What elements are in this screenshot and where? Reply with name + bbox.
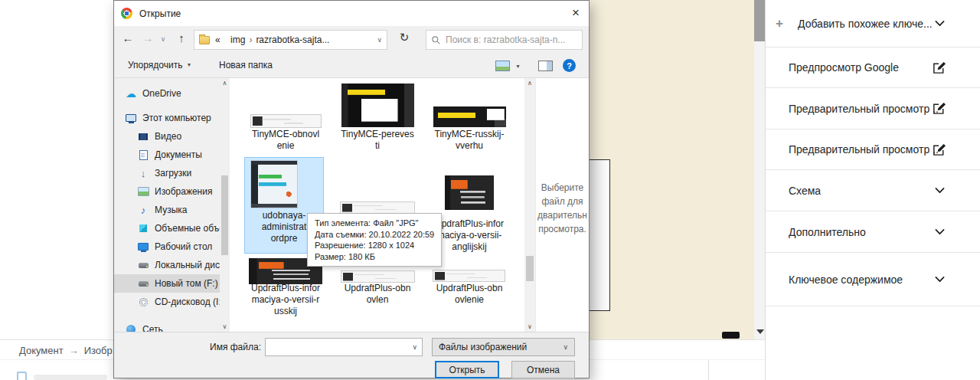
- schema-row[interactable]: Схема: [766, 170, 980, 211]
- sidebar-item-network[interactable]: Сеть: [114, 320, 220, 332]
- file-thumbnail: [433, 106, 506, 127]
- page-scrollbar-thumb[interactable]: [754, 0, 765, 41]
- sidebar-scrollbar[interactable]: ∧ ∨: [220, 78, 230, 332]
- filename-input[interactable]: [266, 339, 405, 355]
- folder-icon: [199, 36, 210, 44]
- breadcrumb-arrow: →: [64, 345, 84, 356]
- chrome-icon: [121, 8, 132, 19]
- filename-label: Имя файла:: [188, 342, 261, 352]
- sidebar-item-new-volume-f[interactable]: Новый том (F:): [114, 274, 220, 293]
- scrollbar-thumb[interactable]: [526, 256, 534, 281]
- seo-sidebar-panel: + Добавить похожее ключе... Предпросмотр…: [765, 0, 980, 380]
- search-icon: [431, 35, 441, 45]
- new-folder-button[interactable]: Новая папка: [219, 60, 273, 70]
- cancel-button[interactable]: Отмена: [511, 361, 575, 378]
- music-note-icon: ♪: [137, 205, 149, 216]
- up-arrow-icon[interactable]: ↑: [174, 31, 189, 44]
- edit-icon[interactable]: [932, 142, 946, 157]
- edit-icon[interactable]: [932, 61, 946, 75]
- dialog-title: Открытие: [139, 8, 181, 19]
- sidebar-item-pictures[interactable]: Изображения: [114, 182, 220, 201]
- back-arrow-icon[interactable]: ←: [120, 31, 136, 44]
- scroll-down-arrow-icon[interactable]: [756, 329, 764, 334]
- search-box[interactable]: [426, 30, 583, 50]
- file-thumbnail: [250, 114, 322, 128]
- filetype-dropdown[interactable]: Файлы изображений ∨: [432, 338, 575, 356]
- sidebar-item-downloads[interactable]: ↓Загрузки: [114, 164, 220, 182]
- chevron-down-icon[interactable]: [933, 17, 946, 30]
- image-block-placeholder: [588, 159, 610, 311]
- file-thumbnail: [340, 201, 415, 214]
- history-chevron-icon[interactable]: ∨: [158, 35, 168, 43]
- chevron-down-icon[interactable]: [933, 273, 946, 286]
- file-thumbnail: [341, 270, 415, 283]
- file-list: TinyMCE-obnovl enie TinyMCE-pereves ti T…: [230, 78, 524, 332]
- breadcrumb-current-folder[interactable]: razrabotka-sajta...: [256, 34, 329, 45]
- page-background: [590, 0, 754, 339]
- advanced-row[interactable]: Дополнительно: [766, 211, 980, 253]
- close-icon[interactable]: ×: [567, 4, 585, 22]
- twitter-preview-row[interactable]: Предварительный просмотр ...: [766, 129, 980, 170]
- dialog-footer: Имя файла: ∨ Файлы изображений ∨ Открыть…: [114, 332, 589, 378]
- breadcrumb-image[interactable]: Изобр: [84, 345, 113, 356]
- breadcrumb-img[interactable]: img: [230, 34, 245, 45]
- disk-icon: [137, 259, 149, 271]
- file-thumbnail: [433, 270, 505, 282]
- add-keyphrase-row[interactable]: + Добавить похожее ключе...: [766, 0, 980, 48]
- open-button[interactable]: Открыть: [435, 361, 499, 378]
- sidebar-item-local-disk[interactable]: Локальный дис: [114, 256, 220, 274]
- address-dropdown-icon[interactable]: ∨: [374, 36, 382, 44]
- scroll-down-icon[interactable]: ∨: [524, 323, 535, 330]
- search-input[interactable]: [446, 34, 577, 45]
- views-caret-icon[interactable]: ▼: [515, 64, 521, 69]
- computer-icon: [125, 112, 137, 124]
- refresh-icon[interactable]: ↻: [394, 31, 414, 49]
- onedrive-cloud-icon: ☁: [125, 87, 137, 100]
- chevron-down-icon[interactable]: ∨: [412, 343, 417, 351]
- views-icon[interactable]: [495, 61, 510, 71]
- navigation-pane: ☁OneDrive Этот компьютер Видео Документы…: [114, 78, 220, 332]
- sidebar-item-desktop[interactable]: Рабочий стол: [114, 238, 220, 256]
- sidebar-item-cd-drive[interactable]: CD-дисковод (I:: [114, 293, 220, 311]
- chevron-down-icon[interactable]: [933, 225, 946, 238]
- sidebar-item-videos[interactable]: Видео: [114, 127, 220, 146]
- chevron-down-icon[interactable]: [933, 184, 946, 197]
- scroll-up-icon[interactable]: ∧: [524, 80, 535, 87]
- sidebar-item-documents[interactable]: Документы: [114, 146, 220, 164]
- organize-button[interactable]: Упорядочить▼: [128, 60, 191, 70]
- filename-combobox[interactable]: ∨: [265, 338, 423, 356]
- sidebar-item-3d-objects[interactable]: Объемные объе: [114, 219, 220, 238]
- network-icon: [125, 323, 137, 332]
- scroll-up-icon[interactable]: ∧: [220, 80, 230, 87]
- caret-down-icon: ▼: [182, 62, 191, 67]
- preview-pane-toggle-icon[interactable]: [538, 61, 553, 71]
- cornerstone-row[interactable]: Ключевое содержимое: [766, 253, 980, 306]
- file-thumbnail: [341, 84, 414, 127]
- dialog-titlebar: Открытие ×: [114, 1, 589, 26]
- download-arrow-icon: ↓: [137, 168, 149, 179]
- faded-status-text: [34, 375, 107, 380]
- dialog-toolbar: Упорядочить▼ Новая папка ▼ ?: [114, 54, 589, 78]
- plus-icon: +: [776, 16, 783, 31]
- sidebar-item-music[interactable]: ♪Музыка: [114, 201, 220, 219]
- scrollbar-thumb[interactable]: [221, 175, 228, 255]
- file-list-scrollbar[interactable]: ∧ ∨: [524, 78, 535, 332]
- address-path: « img›razrabotka-sajta...: [215, 34, 374, 45]
- facebook-preview-row[interactable]: Предварительный просмотр ...: [766, 88, 980, 129]
- help-icon[interactable]: ?: [563, 59, 576, 72]
- desktop-icon: [137, 241, 149, 253]
- edit-icon[interactable]: [932, 101, 946, 116]
- scroll-down-icon[interactable]: ∨: [220, 323, 230, 330]
- sidebar-item-onedrive[interactable]: ☁OneDrive: [114, 84, 220, 103]
- google-preview-row[interactable]: Предпросмотр Google: [766, 48, 980, 88]
- video-icon: [137, 130, 149, 142]
- content-edge-line: [708, 360, 709, 380]
- address-bar[interactable]: « img›razrabotka-sajta... ∨: [194, 30, 387, 50]
- breadcrumb-document[interactable]: Документ: [19, 345, 64, 356]
- breadcrumb: Документ→Изобр: [19, 345, 113, 356]
- chevron-down-icon: ∨: [563, 343, 568, 351]
- sidebar-item-this-pc[interactable]: Этот компьютер: [114, 109, 220, 127]
- page-scrollbar[interactable]: [754, 0, 765, 339]
- open-file-dialog: Открытие × ← → ∨ ↑ « img›razrabotka-sajt…: [113, 0, 590, 378]
- pictures-icon: [137, 185, 149, 198]
